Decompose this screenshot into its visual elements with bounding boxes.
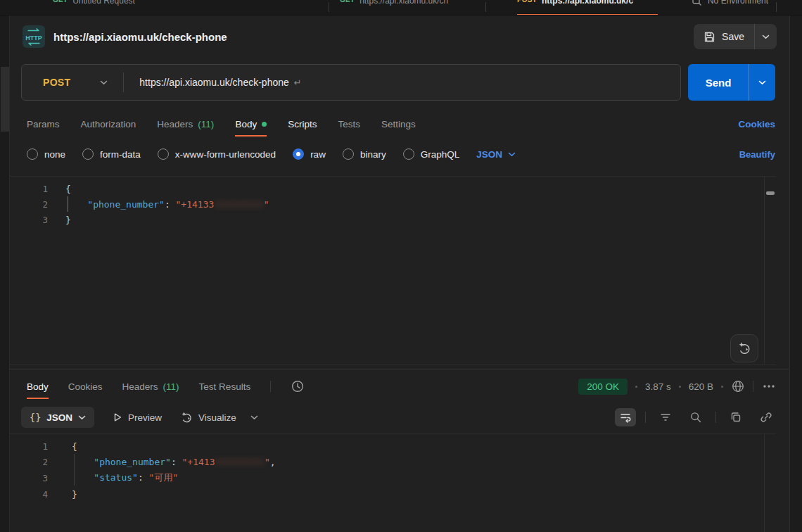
- network-globe-icon[interactable]: [731, 379, 745, 393]
- environment-selector[interactable]: No Environment: [692, 0, 768, 15]
- close-brace: }: [72, 489, 77, 500]
- mode-raw[interactable]: raw: [293, 148, 326, 160]
- more-options-icon[interactable]: [761, 379, 777, 393]
- search-button[interactable]: [685, 408, 706, 426]
- tab-divider: [485, 2, 486, 12]
- environment-label: No Environment: [708, 0, 768, 6]
- tab-scripts-label: Scripts: [288, 119, 317, 129]
- left-sidebar-rail[interactable]: [0, 15, 10, 532]
- response-tab-test-results[interactable]: Test Results: [199, 374, 251, 399]
- link-button[interactable]: [756, 408, 777, 426]
- chevron-down-icon: [508, 152, 516, 157]
- history-clock-icon[interactable]: [291, 379, 305, 393]
- tab-tests[interactable]: Tests: [338, 111, 360, 137]
- send-button[interactable]: Send: [688, 64, 775, 101]
- pane-divider[interactable]: [10, 369, 789, 369]
- radio-graphql[interactable]: [403, 148, 414, 160]
- radio-form-data[interactable]: [82, 148, 94, 160]
- radio-urlencoded[interactable]: [158, 148, 169, 160]
- response-format-selector[interactable]: {} JSON: [21, 407, 94, 428]
- editor-scrollbar-thumb[interactable]: [766, 191, 775, 195]
- mode-form-data[interactable]: form-data: [82, 148, 141, 160]
- response-tab-cookies[interactable]: Cookies: [68, 374, 103, 399]
- chevron-down-icon[interactable]: [100, 80, 108, 85]
- mode-graphql[interactable]: GraphQL: [403, 148, 460, 160]
- response-headers-count: (11): [163, 381, 179, 392]
- tab-authorization-label: Authorization: [81, 119, 136, 129]
- mode-urlencoded[interactable]: x-www-form-urlencoded: [158, 148, 276, 160]
- save-options-button[interactable]: [754, 24, 777, 49]
- send-options-button[interactable]: [749, 64, 775, 101]
- tab-scripts[interactable]: Scripts: [288, 111, 317, 137]
- mode-binary-label: binary: [360, 149, 386, 160]
- tab-params[interactable]: Params: [27, 111, 60, 137]
- save-button-label: Save: [722, 31, 744, 42]
- response-tab-body[interactable]: Body: [27, 374, 49, 399]
- method-selector[interactable]: POST: [22, 77, 70, 88]
- tab-divider: [329, 2, 329, 12]
- right-sidebar-rail[interactable]: [789, 15, 802, 532]
- preview-label: Preview: [128, 412, 162, 423]
- code-line: 1 {: [10, 438, 762, 454]
- save-floppy-icon: [704, 31, 715, 43]
- save-button[interactable]: Save: [694, 24, 777, 49]
- preview-button[interactable]: Preview: [113, 412, 162, 423]
- cookies-link[interactable]: Cookies: [738, 119, 775, 129]
- svg-text:HTTP: HTTP: [25, 34, 42, 42]
- response-tab-headers[interactable]: Headers (11): [122, 374, 179, 399]
- filter-button[interactable]: [655, 408, 676, 426]
- copy-button[interactable]: [725, 408, 746, 426]
- left-rail-scroll-thumb[interactable]: [1, 67, 9, 132]
- beautify-link[interactable]: Beautify: [739, 149, 775, 160]
- json-key: "status": [94, 472, 138, 483]
- tab-authorization[interactable]: Authorization: [81, 111, 136, 137]
- tab-settings[interactable]: Settings: [381, 111, 416, 137]
- radio-none[interactable]: [27, 148, 38, 160]
- request-tab-get[interactable]: GET https://api.xiaomu.uk/ch: [340, 0, 477, 15]
- preview-play-icon: [113, 412, 122, 422]
- mode-none-label: none: [44, 149, 65, 160]
- app-tab-bar: GET Untitled Request GET https://api.xia…: [0, 0, 802, 15]
- headers-count-badge: (11): [198, 119, 214, 129]
- http-protocol-icon: HTTP: [23, 25, 45, 48]
- json-value: "+14133: [176, 199, 215, 210]
- radio-binary[interactable]: [343, 148, 354, 160]
- tab-headers[interactable]: Headers (11): [157, 111, 214, 137]
- request-body-editor[interactable]: 1 { 2 "phone_number": "+14133•••••••••" …: [10, 176, 776, 365]
- tab-tests-label: Tests: [338, 119, 360, 129]
- url-input[interactable]: https://api.xiaomu.uk/check-phone: [139, 77, 288, 88]
- tab-body[interactable]: Body: [235, 111, 267, 137]
- radio-raw-selected[interactable]: [293, 148, 304, 160]
- save-button-main[interactable]: Save: [694, 24, 754, 49]
- json-key: "phone_number": [94, 457, 171, 467]
- request-tab-active[interactable]: POST https://api.xiaomu.uk/c: [517, 0, 658, 15]
- chevron-down-icon: [78, 415, 86, 420]
- raw-format-selector[interactable]: JSON: [476, 149, 516, 160]
- status-badge: 200 OK: [578, 379, 628, 395]
- tab-settings-label: Settings: [381, 119, 416, 129]
- response-body-editor[interactable]: 1 { 2 "phone_number": "+1413•••••••••", …: [10, 433, 776, 532]
- editor-scrollbar-track[interactable]: [764, 177, 776, 364]
- divider: [270, 381, 271, 392]
- send-button-label-wrap[interactable]: Send: [688, 64, 749, 101]
- json-value-status: "可用": [149, 472, 179, 483]
- code-text: }: [65, 215, 71, 225]
- tab-title: Untitled Request: [72, 0, 135, 6]
- url-bar: POST https://api.xiaomu.uk/check-phone ↵: [21, 64, 681, 101]
- copy-icon: [730, 411, 742, 424]
- request-tab-untitled[interactable]: GET Untitled Request: [53, 0, 320, 15]
- editor-scrollbar-track[interactable]: [764, 434, 776, 532]
- request-header: HTTP https://api.xiaomu.uk/check-phone S…: [23, 20, 777, 53]
- chevron-down-icon[interactable]: [250, 415, 258, 420]
- mode-binary[interactable]: binary: [343, 148, 386, 160]
- mode-none[interactable]: none: [27, 148, 65, 160]
- visualize-button[interactable]: Visualize: [180, 411, 236, 424]
- postbot-button[interactable]: [730, 334, 758, 362]
- response-tab-test-results-label: Test Results: [199, 381, 251, 392]
- divider: [645, 412, 646, 423]
- tab-method-badge: GET: [53, 0, 68, 4]
- line-number: 1: [10, 184, 48, 194]
- wrap-text-button[interactable]: [615, 408, 636, 426]
- close-brace: }: [65, 215, 71, 225]
- response-time: 3.87 s: [645, 381, 671, 392]
